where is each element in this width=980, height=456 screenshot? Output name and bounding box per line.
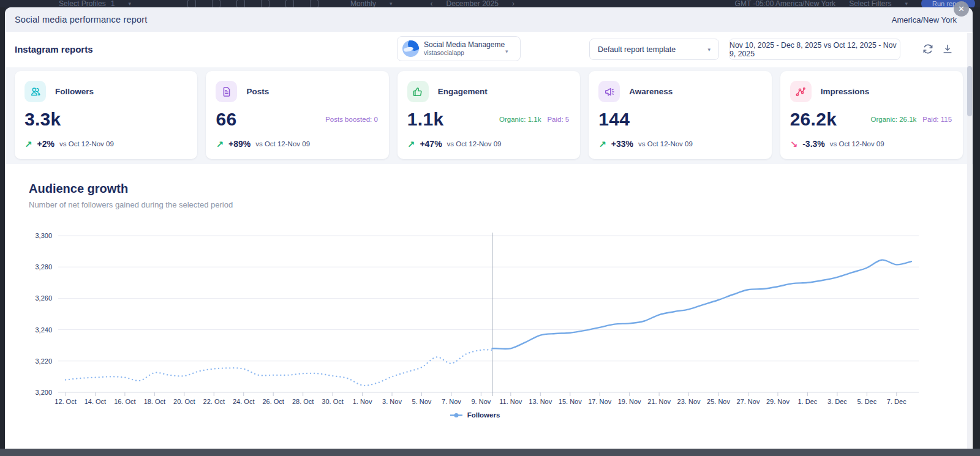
topbar-icon — [310, 0, 318, 7]
topbar-icon — [187, 0, 196, 7]
svg-text:12. Oct: 12. Oct — [55, 398, 76, 405]
stat-card-label: Posts — [246, 87, 269, 96]
date-range-value: Nov 10, 2025 - Dec 8, 2025 vs Oct 12, 20… — [729, 41, 900, 58]
followers-icon — [24, 81, 46, 102]
dimmed-left-edge — [0, 7, 5, 449]
svg-text:15. Nov: 15. Nov — [559, 398, 582, 405]
chevron-down-icon: ▾ — [505, 48, 508, 54]
stat-card-delta-period: vs Oct 12-Nov 09 — [59, 140, 114, 148]
refresh-icon[interactable] — [922, 43, 935, 56]
chevron-down-icon: ▾ — [905, 1, 908, 7]
posts-icon — [216, 81, 237, 102]
awareness-icon — [598, 81, 620, 102]
topbar-icon — [212, 0, 221, 7]
chart-subtitle: Number of net followers gained during th… — [29, 200, 973, 210]
scrollbar-thumb[interactable] — [967, 66, 972, 116]
svg-text:5. Nov: 5. Nov — [412, 398, 432, 405]
svg-text:3. Nov: 3. Nov — [382, 398, 402, 405]
svg-text:18. Oct: 18. Oct — [144, 398, 165, 405]
dimmed-bottom-edge — [0, 449, 980, 456]
audience-growth-chart: 3,3003,2803,2603,2403,2203,20012. Oct14.… — [24, 231, 925, 408]
stat-card-organic-note: Organic: 1.1k — [499, 116, 541, 123]
svg-text:7. Nov: 7. Nov — [442, 398, 461, 405]
svg-text:3,220: 3,220 — [35, 357, 52, 365]
stat-card-value: 144 — [598, 109, 630, 130]
trend-up-icon: ↗ — [24, 140, 32, 149]
stat-card-label: Engagement — [438, 87, 488, 96]
stat-card-delta-period: vs Oct 12-Nov 09 — [447, 140, 502, 148]
trend-up-icon: ↗ — [407, 140, 415, 149]
svg-text:23. Nov: 23. Nov — [677, 398, 701, 405]
svg-text:30. Oct: 30. Oct — [322, 398, 343, 405]
stat-card-delta-period: vs Oct 12-Nov 09 — [830, 140, 884, 148]
svg-text:25. Nov: 25. Nov — [707, 398, 730, 405]
download-icon[interactable] — [941, 43, 955, 56]
svg-text:3,280: 3,280 — [35, 263, 52, 271]
profiles-count-badge: 1 — [111, 0, 115, 7]
stat-card-value: 66 — [216, 109, 236, 130]
svg-text:17. Nov: 17. Nov — [588, 398, 611, 405]
svg-text:14. Oct: 14. Oct — [85, 398, 106, 405]
svg-text:7. Dec: 7. Dec — [887, 398, 907, 405]
trend-down-icon: ↘ — [790, 140, 798, 149]
stat-card-delta-percent: +33% — [611, 139, 633, 149]
legend-item-followers[interactable]: Followers — [24, 411, 925, 419]
report-template-select[interactable]: Default report template ▾ — [589, 39, 719, 60]
dimmed-right-edge — [973, 7, 980, 449]
legend-label: Followers — [467, 411, 500, 419]
stat-card-boosted-note: Posts boosted: 0 — [325, 116, 378, 123]
stat-card-followers: Followers 3.3k ↗ +2% vs Oct 12-Nov 09 — [15, 71, 197, 159]
svg-text:1. Nov: 1. Nov — [353, 398, 372, 405]
profile-handle: vistasocialapp — [424, 49, 505, 57]
trend-up-icon: ↗ — [598, 140, 606, 149]
chart-title: Audience growth — [29, 181, 973, 196]
report-template-value: Default report template — [598, 45, 676, 54]
prev-month-arrow: ‹ — [430, 0, 432, 7]
svg-text:11. Nov: 11. Nov — [499, 398, 522, 405]
page-title: Social media performance report — [15, 15, 148, 24]
chevron-down-icon: ▾ — [707, 47, 710, 53]
svg-text:27. Nov: 27. Nov — [737, 398, 760, 405]
topbar-icon — [236, 0, 245, 7]
impressions-icon — [790, 81, 812, 102]
svg-text:13. Nov: 13. Nov — [529, 398, 552, 405]
stat-card-delta-percent: -3.3% — [802, 139, 825, 149]
timezone-label: GMT -05:00 America/New York — [735, 0, 836, 7]
svg-text:22. Oct: 22. Oct — [203, 398, 225, 405]
stat-card-value: 1.1k — [407, 109, 444, 130]
svg-text:3,260: 3,260 — [35, 294, 52, 302]
svg-text:20. Oct: 20. Oct — [173, 398, 195, 405]
stat-card-delta-period: vs Oct 12-Nov 09 — [255, 140, 310, 148]
report-controls: Instagram reports Social Media Managemen… — [5, 32, 973, 67]
profile-selector[interactable]: Social Media Management Too vistasociala… — [397, 36, 521, 61]
profile-name: Social Media Management Too — [424, 40, 505, 49]
stat-card-posts: Posts 66 Posts boosted: 0 ↗ +89% vs Oct … — [206, 71, 388, 159]
svg-text:1. Dec: 1. Dec — [798, 398, 818, 405]
svg-text:16. Oct: 16. Oct — [114, 398, 135, 405]
modal-header: Social media performance report America/… — [5, 7, 973, 32]
audience-growth-section: Audience growth Number of net followers … — [5, 164, 973, 419]
svg-text:24. Oct: 24. Oct — [233, 398, 254, 405]
date-range-picker[interactable]: Nov 10, 2025 - Dec 8, 2025 vs Oct 12, 20… — [729, 39, 900, 60]
legend-marker-icon — [450, 413, 463, 418]
close-icon[interactable]: ✕ — [954, 1, 969, 17]
stat-card-awareness: Awareness 144 ↗ +33% vs Oct 12-Nov 09 — [589, 71, 771, 159]
stat-card-paid-note: Paid: 115 — [922, 116, 952, 123]
stat-card-delta-percent: +47% — [420, 139, 442, 149]
svg-text:21. Nov: 21. Nov — [647, 398, 671, 405]
stat-card-delta-period: vs Oct 12-Nov 09 — [638, 140, 693, 148]
stat-card-value: 26.2k — [790, 109, 837, 130]
stat-card-engagement: Engagement 1.1k Organic: 1.1k Paid: 5 ↗ … — [398, 71, 580, 159]
select-filters-label: Select Filters — [849, 0, 891, 7]
report-modal: Social media performance report America/… — [5, 7, 973, 449]
timezone-label: America/New York — [892, 15, 957, 24]
select-profiles-label: Select Profiles — [59, 0, 106, 7]
stat-card-organic-note: Organic: 26.1k — [870, 116, 916, 123]
trend-up-icon: ↗ — [216, 140, 224, 149]
stats-band: Followers 3.3k ↗ +2% vs Oct 12-Nov 09 — [5, 67, 973, 164]
topbar-icon — [261, 0, 270, 7]
svg-text:29. Nov: 29. Nov — [766, 398, 790, 405]
engagement-icon — [407, 81, 429, 102]
avatar — [402, 40, 419, 57]
topbar-icon — [285, 0, 294, 7]
